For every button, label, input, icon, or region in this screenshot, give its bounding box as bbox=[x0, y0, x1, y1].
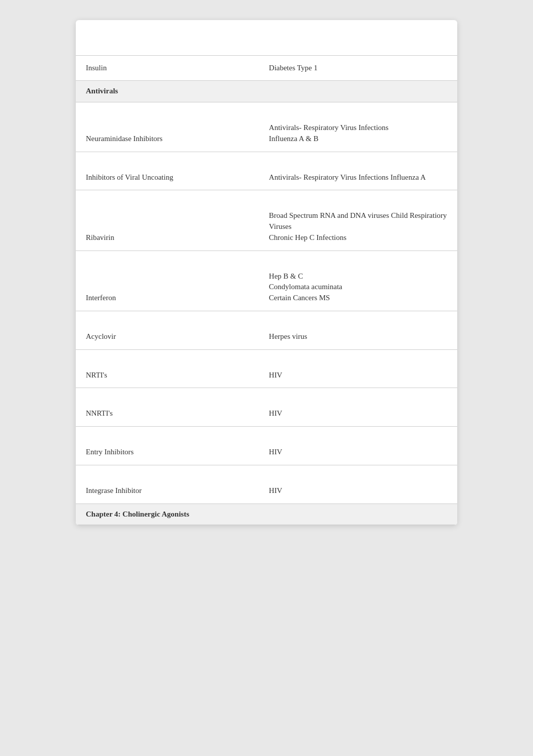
section-header-row: Chapter 4: Cholinergic Agonists bbox=[76, 503, 457, 525]
table-wrapper: Insulin Diabetes Type 1 Antivirals Neura… bbox=[76, 20, 457, 525]
table-row: NRTI's HIV bbox=[76, 349, 457, 388]
section-header-row: Antivirals bbox=[76, 81, 457, 102]
table-row: Ribavirin Broad Spectrum RNA and DNA vir… bbox=[76, 190, 457, 250]
use-cell: HIV bbox=[259, 388, 457, 427]
drug-cell: Entry Inhibitors bbox=[76, 427, 259, 465]
drug-cell: NRTI's bbox=[76, 349, 259, 388]
drug-cell: Inhibitors of Viral Uncoating bbox=[76, 152, 259, 190]
drug-table: Insulin Diabetes Type 1 Antivirals Neura… bbox=[76, 20, 457, 525]
table-row: Interferon Hep B & CCondylomata acuminat… bbox=[76, 250, 457, 311]
use-cell: HIV bbox=[259, 465, 457, 503]
use-cell: Hep B & CCondylomata acuminataCertain Ca… bbox=[259, 250, 457, 311]
spacer-row bbox=[76, 20, 457, 55]
table-row: NNRTI's HIV bbox=[76, 388, 457, 427]
section-label: Chapter 4: Cholinergic Agonists bbox=[76, 503, 457, 525]
drug-cell: Interferon bbox=[76, 250, 259, 311]
drug-cell: Neuraminidase Inhibitors bbox=[76, 102, 259, 152]
use-cell: Diabetes Type 1 bbox=[259, 55, 457, 81]
table-row: Acyclovir Herpes virus bbox=[76, 311, 457, 349]
drug-cell: Ribavirin bbox=[76, 190, 259, 250]
table-row: Inhibitors of Viral Uncoating Antivirals… bbox=[76, 152, 457, 190]
use-cell: HIV bbox=[259, 349, 457, 388]
use-cell: HIV bbox=[259, 427, 457, 465]
use-cell: Broad Spectrum RNA and DNA viruses Child… bbox=[259, 190, 457, 250]
main-container: Insulin Diabetes Type 1 Antivirals Neura… bbox=[76, 20, 457, 525]
table-row: Insulin Diabetes Type 1 bbox=[76, 55, 457, 81]
table-row: Neuraminidase Inhibitors Antivirals- Res… bbox=[76, 102, 457, 152]
drug-cell: Acyclovir bbox=[76, 311, 259, 349]
drug-cell: Insulin bbox=[76, 55, 259, 81]
section-label: Antivirals bbox=[76, 81, 457, 102]
use-cell: Herpes virus bbox=[259, 311, 457, 349]
use-cell: Antivirals- Respiratory Virus Infections… bbox=[259, 152, 457, 190]
use-cell: Antivirals- Respiratory Virus Infections… bbox=[259, 102, 457, 152]
drug-cell: Integrase Inhibitor bbox=[76, 465, 259, 503]
table-row: Integrase Inhibitor HIV bbox=[76, 465, 457, 503]
table-row: Entry Inhibitors HIV bbox=[76, 427, 457, 465]
drug-cell: NNRTI's bbox=[76, 388, 259, 427]
